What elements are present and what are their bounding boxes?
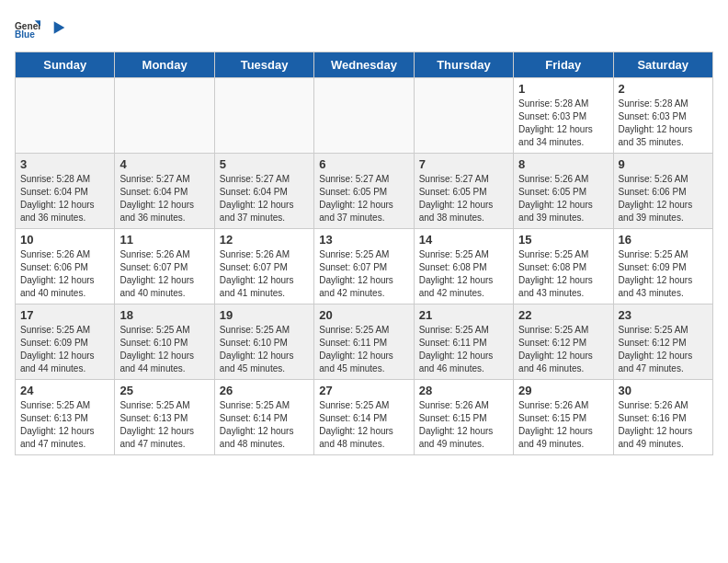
cell-details: Sunrise: 5:26 AMSunset: 6:05 PMDaylight:… [518, 173, 608, 224]
day-number: 23 [619, 308, 708, 322]
logo: General Blue [15, 15, 66, 40]
day-number: 3 [20, 157, 109, 171]
cell-details: Sunrise: 5:25 AMSunset: 6:10 PMDaylight:… [119, 324, 209, 375]
day-number: 22 [518, 308, 608, 322]
cell-details: Sunrise: 5:25 AMSunset: 6:09 PMDaylight:… [20, 324, 109, 375]
day-number: 13 [319, 233, 408, 247]
calendar-cell [115, 78, 214, 154]
calendar-cell: 3Sunrise: 5:28 AMSunset: 6:04 PMDaylight… [16, 154, 115, 229]
day-number: 10 [20, 233, 109, 247]
calendar-cell: 11Sunrise: 5:26 AMSunset: 6:07 PMDayligh… [115, 229, 214, 304]
calendar-cell: 15Sunrise: 5:25 AMSunset: 6:08 PMDayligh… [514, 229, 613, 304]
day-header-saturday: Saturday [613, 52, 712, 78]
cell-details: Sunrise: 5:25 AMSunset: 6:13 PMDaylight:… [20, 399, 109, 451]
calendar-cell: 26Sunrise: 5:25 AMSunset: 6:14 PMDayligh… [214, 380, 313, 455]
svg-text:Blue: Blue [15, 29, 35, 40]
calendar-week-row: 1Sunrise: 5:28 AMSunset: 6:03 PMDaylight… [16, 78, 713, 154]
day-number: 8 [518, 157, 608, 171]
cell-details: Sunrise: 5:25 AMSunset: 6:13 PMDaylight:… [119, 399, 209, 451]
calendar-header-row: SundayMondayTuesdayWednesdayThursdayFrid… [16, 52, 713, 78]
calendar-week-row: 24Sunrise: 5:25 AMSunset: 6:13 PMDayligh… [16, 380, 713, 455]
calendar-cell: 13Sunrise: 5:25 AMSunset: 6:07 PMDayligh… [314, 229, 414, 304]
cell-details: Sunrise: 5:27 AMSunset: 6:05 PMDaylight:… [419, 173, 508, 224]
calendar-cell: 29Sunrise: 5:26 AMSunset: 6:15 PMDayligh… [514, 380, 613, 455]
cell-details: Sunrise: 5:25 AMSunset: 6:12 PMDaylight:… [518, 324, 608, 375]
calendar-week-row: 3Sunrise: 5:28 AMSunset: 6:04 PMDaylight… [16, 154, 713, 229]
day-number: 25 [119, 384, 209, 397]
calendar-cell: 19Sunrise: 5:25 AMSunset: 6:10 PMDayligh… [214, 304, 313, 380]
day-header-monday: Monday [115, 52, 214, 78]
day-number: 27 [319, 384, 408, 397]
day-header-sunday: Sunday [16, 52, 115, 78]
cell-details: Sunrise: 5:25 AMSunset: 6:09 PMDaylight:… [619, 248, 708, 300]
calendar-table: SundayMondayTuesdayWednesdayThursdayFrid… [15, 52, 713, 455]
calendar-cell: 8Sunrise: 5:26 AMSunset: 6:05 PMDaylight… [514, 154, 613, 229]
calendar-cell: 16Sunrise: 5:25 AMSunset: 6:09 PMDayligh… [613, 229, 712, 304]
day-number: 14 [419, 233, 508, 247]
day-number: 29 [518, 384, 608, 397]
day-number: 18 [119, 308, 209, 322]
cell-details: Sunrise: 5:26 AMSunset: 6:15 PMDaylight:… [419, 399, 508, 451]
calendar-cell: 28Sunrise: 5:26 AMSunset: 6:15 PMDayligh… [414, 380, 513, 455]
calendar-cell: 22Sunrise: 5:25 AMSunset: 6:12 PMDayligh… [514, 304, 613, 380]
calendar-cell: 24Sunrise: 5:25 AMSunset: 6:13 PMDayligh… [16, 380, 115, 455]
day-number: 12 [220, 233, 309, 247]
day-number: 1 [518, 82, 608, 96]
cell-details: Sunrise: 5:25 AMSunset: 6:11 PMDaylight:… [419, 324, 508, 375]
calendar-week-row: 10Sunrise: 5:26 AMSunset: 6:06 PMDayligh… [16, 229, 713, 304]
cell-details: Sunrise: 5:27 AMSunset: 6:04 PMDaylight:… [220, 173, 309, 224]
svg-marker-3 [54, 21, 65, 33]
cell-details: Sunrise: 5:28 AMSunset: 6:03 PMDaylight:… [619, 98, 708, 149]
calendar-cell: 18Sunrise: 5:25 AMSunset: 6:10 PMDayligh… [115, 304, 214, 380]
calendar-cell: 10Sunrise: 5:26 AMSunset: 6:06 PMDayligh… [16, 229, 115, 304]
calendar-cell: 5Sunrise: 5:27 AMSunset: 6:04 PMDaylight… [214, 154, 313, 229]
calendar-cell [314, 78, 414, 154]
cell-details: Sunrise: 5:26 AMSunset: 6:07 PMDaylight:… [119, 248, 209, 300]
calendar-cell: 1Sunrise: 5:28 AMSunset: 6:03 PMDaylight… [514, 78, 613, 154]
cell-details: Sunrise: 5:26 AMSunset: 6:15 PMDaylight:… [518, 399, 608, 451]
cell-details: Sunrise: 5:25 AMSunset: 6:14 PMDaylight:… [220, 399, 309, 451]
cell-details: Sunrise: 5:25 AMSunset: 6:10 PMDaylight:… [220, 324, 309, 375]
day-number: 7 [419, 157, 508, 171]
day-number: 6 [319, 157, 408, 171]
day-number: 4 [119, 157, 209, 171]
day-header-thursday: Thursday [414, 52, 513, 78]
calendar-cell: 14Sunrise: 5:25 AMSunset: 6:08 PMDayligh… [414, 229, 513, 304]
day-number: 28 [419, 384, 508, 397]
calendar-cell: 12Sunrise: 5:26 AMSunset: 6:07 PMDayligh… [214, 229, 313, 304]
calendar-cell [414, 78, 513, 154]
day-number: 30 [619, 384, 708, 397]
cell-details: Sunrise: 5:25 AMSunset: 6:07 PMDaylight:… [319, 248, 408, 300]
cell-details: Sunrise: 5:27 AMSunset: 6:04 PMDaylight:… [119, 173, 209, 224]
calendar-cell: 17Sunrise: 5:25 AMSunset: 6:09 PMDayligh… [16, 304, 115, 380]
day-number: 20 [319, 308, 408, 322]
calendar-cell: 6Sunrise: 5:27 AMSunset: 6:05 PMDaylight… [314, 154, 414, 229]
calendar-cell [16, 78, 115, 154]
day-number: 5 [220, 157, 309, 171]
cell-details: Sunrise: 5:25 AMSunset: 6:11 PMDaylight:… [319, 324, 408, 375]
day-number: 17 [20, 308, 109, 322]
cell-details: Sunrise: 5:27 AMSunset: 6:05 PMDaylight:… [319, 173, 408, 224]
day-number: 21 [419, 308, 508, 322]
day-number: 11 [119, 233, 209, 247]
day-header-friday: Friday [514, 52, 613, 78]
cell-details: Sunrise: 5:28 AMSunset: 6:04 PMDaylight:… [20, 173, 109, 224]
calendar-cell: 21Sunrise: 5:25 AMSunset: 6:11 PMDayligh… [414, 304, 513, 380]
calendar-cell: 20Sunrise: 5:25 AMSunset: 6:11 PMDayligh… [314, 304, 414, 380]
cell-details: Sunrise: 5:25 AMSunset: 6:08 PMDaylight:… [518, 248, 608, 300]
cell-details: Sunrise: 5:26 AMSunset: 6:07 PMDaylight:… [220, 248, 309, 300]
day-number: 2 [619, 82, 708, 96]
page-header: General Blue [15, 15, 713, 40]
day-number: 15 [518, 233, 608, 247]
day-number: 9 [619, 157, 708, 171]
logo-arrow-icon [48, 18, 66, 37]
calendar-cell: 27Sunrise: 5:25 AMSunset: 6:14 PMDayligh… [314, 380, 414, 455]
day-number: 26 [220, 384, 309, 397]
calendar-week-row: 17Sunrise: 5:25 AMSunset: 6:09 PMDayligh… [16, 304, 713, 380]
calendar-cell: 2Sunrise: 5:28 AMSunset: 6:03 PMDaylight… [613, 78, 712, 154]
calendar-cell [214, 78, 313, 154]
calendar-cell: 9Sunrise: 5:26 AMSunset: 6:06 PMDaylight… [613, 154, 712, 229]
calendar-body: 1Sunrise: 5:28 AMSunset: 6:03 PMDaylight… [16, 78, 713, 455]
cell-details: Sunrise: 5:26 AMSunset: 6:06 PMDaylight:… [619, 173, 708, 224]
logo-icon: General Blue [15, 15, 40, 40]
